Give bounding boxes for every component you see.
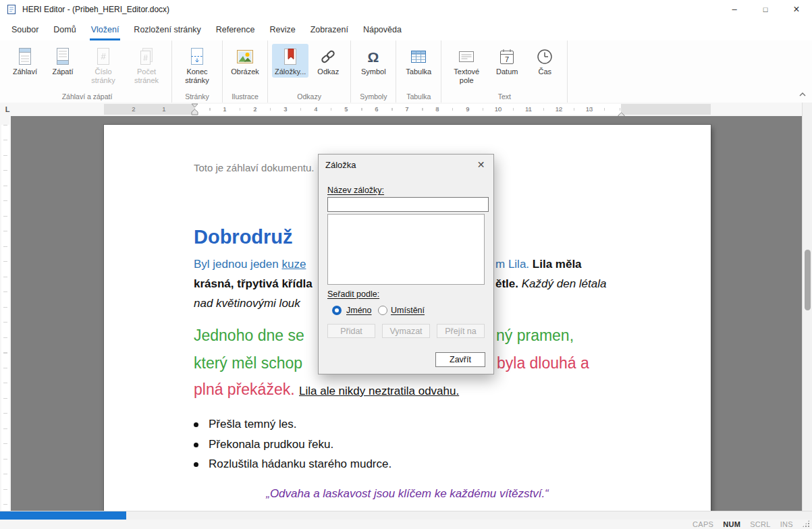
radio-sort-name-label[interactable]: Jméno <box>346 306 372 315</box>
indent-marker-right[interactable] <box>618 109 625 116</box>
text-box-icon <box>458 46 475 67</box>
titlebar: HERI Editor - (Pribeh_HERI_Editor.docx) … <box>0 0 812 18</box>
radio-sort-location[interactable] <box>378 306 387 315</box>
tab-stop-selector[interactable]: L <box>0 103 15 116</box>
page-number-button[interactable]: # Číslo stránky <box>82 44 124 86</box>
underlined-word: kuze <box>281 258 306 271</box>
bullet-icon <box>194 443 198 447</box>
ruler-number: 8 <box>435 105 439 113</box>
paragraph-line: plná překážek. Lila ale nikdy neztratila… <box>194 381 459 397</box>
button-label: Obrázek <box>231 67 259 76</box>
minimize-button[interactable]: – <box>719 0 750 18</box>
symbol-button[interactable]: Ω Symbol <box>355 44 391 78</box>
paragraph-line: ětle. Každý den létala <box>495 278 606 290</box>
radio-sort-location-label[interactable]: Umístění <box>391 306 425 315</box>
ruler-number: 5 <box>344 105 348 113</box>
ruler-right-margin <box>621 104 711 115</box>
clock-icon <box>536 46 553 67</box>
ribbon-tabs: Soubor Domů Vložení Rozložení stránky Re… <box>0 18 812 40</box>
page-number-icon: # <box>95 46 111 67</box>
indent-marker-left[interactable] <box>191 103 198 116</box>
footer-icon <box>55 46 71 67</box>
ribbon-group-label: Ilustrace <box>223 92 267 101</box>
dialog-close-button[interactable]: ✕ <box>472 157 490 172</box>
bookmarks-button[interactable]: Záložky... <box>272 44 308 78</box>
button-label: Záložky... <box>275 67 306 76</box>
ruler-number: 9 <box>466 105 469 113</box>
ribbon-collapse-button[interactable] <box>797 90 808 99</box>
link-button[interactable]: Odkaz <box>310 44 346 78</box>
ribbon-group-links: Záložky... Odkaz Odkazy <box>268 40 351 103</box>
tab-domu[interactable]: Domů <box>46 18 83 40</box>
time-button[interactable]: Čas <box>526 44 563 78</box>
date-button[interactable]: 7 Datum <box>489 44 525 78</box>
window-title: HERI Editor - (Pribeh_HERI_Editor.docx) <box>22 5 169 14</box>
picture-button[interactable]: Obrázek <box>227 44 263 78</box>
ribbon-group-text: Textové pole 7 Datum Čas Text <box>441 40 568 103</box>
page-break-icon <box>189 46 205 67</box>
button-label: Symbol <box>361 67 386 76</box>
tab-vlozeni[interactable]: Vložení <box>84 18 127 40</box>
button-label: Tabulka <box>406 67 431 76</box>
maximize-icon: □ <box>763 5 768 13</box>
header-button[interactable]: Záhlaví <box>7 44 43 78</box>
svg-text:7: 7 <box>505 55 509 63</box>
paragraph-line: byla dlouhá a <box>497 355 589 371</box>
document-heading: Dobrodruž <box>194 227 293 247</box>
svg-text:Ω: Ω <box>368 49 379 65</box>
close-button[interactable]: × <box>781 0 812 18</box>
bookmark-name-input[interactable] <box>327 197 489 212</box>
page-count-button[interactable]: # Počet stránek <box>126 44 167 86</box>
tab-rozlozeni-stranky[interactable]: Rozložení stránky <box>126 18 208 40</box>
paragraph-line: krásná, třpytivá křídla <box>194 278 313 290</box>
horizontal-scrollbar[interactable] <box>0 511 812 520</box>
delete-bookmark-button[interactable]: Vymazat <box>382 324 430 338</box>
tab-revize[interactable]: Revize <box>262 18 302 40</box>
add-bookmark-button[interactable]: Přidat <box>327 324 375 338</box>
ribbon-group-illustrations: Obrázek Ilustrace <box>223 40 268 103</box>
footer-button[interactable]: Zápatí <box>45 44 81 78</box>
ribbon-group-label: Odkazy <box>268 92 350 101</box>
ruler-number: 13 <box>586 105 593 113</box>
page-break-button[interactable]: Konec stránky <box>176 44 218 86</box>
button-label: Konec stránky <box>179 67 215 85</box>
bookmark-list[interactable] <box>327 214 485 285</box>
vertical-scrollbar-thumb[interactable] <box>805 250 811 310</box>
ribbon-group-label: Symboly <box>351 92 396 101</box>
table-button[interactable]: Tabulka <box>400 44 437 78</box>
ruler-number: 4 <box>314 105 317 113</box>
text-box-button[interactable]: Textové pole <box>445 44 487 86</box>
ruler-row: L 2 1 1 2 3 4 5 6 7 8 9 10 11 12 13 <box>0 103 802 116</box>
tab-zobrazeni[interactable]: Zobrazení <box>303 18 356 40</box>
vertical-scrollbar[interactable] <box>802 103 812 511</box>
window-controls: – □ × <box>719 0 812 18</box>
minimize-icon: – <box>732 4 736 14</box>
bookmark-icon <box>282 46 298 67</box>
bookmark-dialog: Záložka ✕ Název záložky: Seřadit podle: … <box>318 154 494 374</box>
tab-napoveda[interactable]: Nápověda <box>356 18 409 40</box>
paragraph-line: který měl schop <box>194 355 302 371</box>
ruler-number: 3 <box>283 105 287 113</box>
caps-indicator: CAPS <box>693 520 713 528</box>
tab-reference[interactable]: Reference <box>209 18 263 40</box>
button-label: Záhlaví <box>13 67 37 76</box>
ruler-number: 2 <box>253 105 256 113</box>
close-dialog-button[interactable]: Zavřít <box>435 352 485 367</box>
paragraph-line: nad květinovými louk <box>194 298 300 310</box>
maximize-button[interactable]: □ <box>750 0 781 18</box>
page-count-icon: # <box>138 46 155 67</box>
radio-sort-name[interactable] <box>332 306 342 315</box>
ribbon-group-label: Text <box>441 92 567 101</box>
app-icon <box>6 4 17 15</box>
sort-by-label: Seřadit podle: <box>327 289 379 299</box>
ribbon-group-symbols: Ω Symbol Symboly <box>351 40 396 103</box>
goto-bookmark-button[interactable]: Přejít na <box>437 324 485 338</box>
num-indicator: NUM <box>723 520 740 528</box>
page-header-text: Toto je záhlaví dokumentu. <box>194 163 314 173</box>
picture-icon <box>236 46 254 67</box>
ribbon-group-table: Tabulka Tabulka <box>396 40 441 103</box>
ruler-number: 6 <box>375 105 378 113</box>
tab-soubor[interactable]: Soubor <box>4 18 46 40</box>
ribbon-group-label: Tabulka <box>396 92 441 101</box>
ruler-number: 1 <box>223 105 226 113</box>
